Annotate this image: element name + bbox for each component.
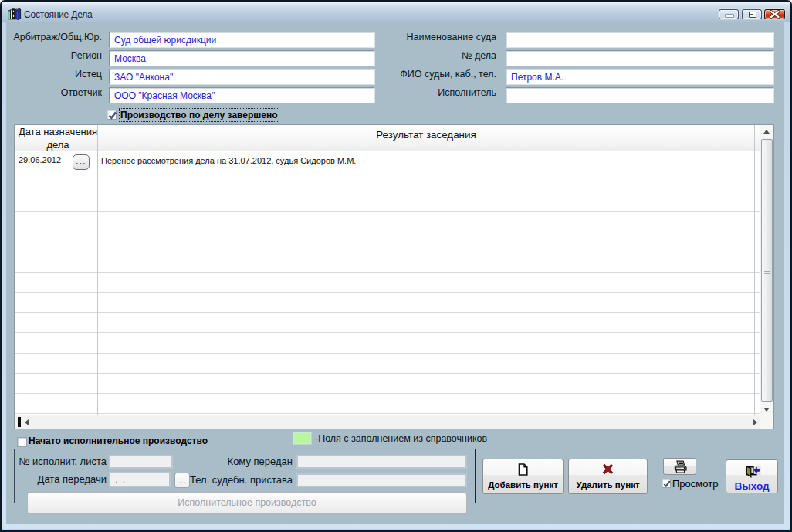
- table-row[interactable]: 29.06.2012 ... Перенос рассмотрения дела…: [15, 153, 760, 172]
- client-area: Арбитраж/Общ.Юр. Суд общей юрисдикции Ре…: [6, 22, 784, 524]
- maximize-icon: [749, 12, 756, 19]
- books-icon: [8, 7, 22, 21]
- vertical-scrollbar[interactable]: [760, 125, 773, 415]
- minimize-button[interactable]: [719, 9, 739, 19]
- check-icon: [107, 110, 117, 120]
- horizontal-scrollbar-thumb[interactable]: [18, 417, 21, 427]
- preview-check-icon: [662, 479, 672, 489]
- label-writ-number: № исполнит. листа: [14, 455, 107, 469]
- field-input-otvetchik[interactable]: ООО "Красная Москва": [109, 87, 375, 103]
- delete-item-label: Удалить пункт: [569, 480, 647, 490]
- grid-header-date: Дата назначения дела: [17, 125, 99, 151]
- field-input-judge[interactable]: Петров М.А.: [506, 69, 774, 85]
- field-input-arbitrazh[interactable]: Суд общей юрисдикции: [109, 32, 375, 48]
- close-icon: [765, 10, 784, 19]
- maximize-button[interactable]: [742, 9, 762, 19]
- field-input-case-number[interactable]: [506, 50, 774, 66]
- field-input-court-name[interactable]: [506, 32, 774, 48]
- field-label-court-name: Наименование суда: [377, 30, 496, 44]
- window-title: Состояние Дела: [24, 9, 93, 20]
- cell-result: Перенос рассмотрения дела на 31.07.2012,…: [101, 156, 356, 165]
- thumb-grip: [764, 273, 770, 274]
- scroll-up-button[interactable]: [760, 125, 773, 138]
- label-transfer-date: Дата передачи: [14, 473, 107, 486]
- scrollbar-corner: [760, 415, 773, 429]
- exit-door-icon: [746, 465, 762, 479]
- field-label-executor: Исполнитель: [377, 86, 496, 100]
- delete-x-icon: [569, 463, 647, 476]
- app-window: Состояние Дела Арбитраж/Общ.Юр. Суд обще…: [0, 0, 792, 532]
- arrow-right-icon[interactable]: [753, 419, 757, 425]
- started-checkbox-label[interactable]: Начато исполнительное производство: [29, 435, 208, 446]
- arrow-up-icon: [763, 130, 770, 134]
- arrow-left-icon[interactable]: [25, 419, 29, 425]
- thumb-grip: [764, 271, 770, 272]
- completed-checkbox[interactable]: [107, 110, 117, 120]
- legend-swatch: [294, 433, 310, 443]
- vertical-scrollbar-thumb[interactable]: [761, 139, 773, 402]
- print-button[interactable]: [663, 458, 696, 475]
- legend-text: -Поля с заполнением из справочников: [315, 433, 487, 444]
- label-given-to: Кому передан: [161, 455, 293, 469]
- add-item-button[interactable]: Добавить пункт: [482, 459, 564, 494]
- scroll-down-button[interactable]: [760, 402, 773, 415]
- close-button[interactable]: [764, 9, 785, 19]
- document-icon: [483, 463, 563, 476]
- preview-checkbox[interactable]: [662, 479, 671, 488]
- label-bailiff-phone: Тел. судебн. пристава: [161, 473, 293, 487]
- field-label-region: Регион: [9, 49, 102, 63]
- field-label-otvetchik: Ответчик: [9, 86, 102, 100]
- input-bailiff-phone: [296, 473, 467, 487]
- completed-checkbox-label[interactable]: Производство по делу завершено: [120, 110, 278, 120]
- grid-rows: [15, 151, 760, 416]
- cell-date: 29.06.2012: [19, 155, 61, 164]
- results-grid: Дата назначения дела Результат заседания…: [14, 124, 774, 429]
- preview-checkbox-label[interactable]: Просмотр: [672, 478, 718, 490]
- started-checkbox[interactable]: [17, 437, 27, 447]
- field-label-arbitrazh: Арбитраж/Общ.Юр.: [9, 30, 102, 44]
- enforcement-button: Исполнительное производство: [27, 492, 467, 514]
- minimize-icon: [726, 15, 733, 18]
- window-frame-glow: [2, 529, 790, 530]
- grid-header-result: Результат заседания: [98, 125, 754, 151]
- row-ellipsis-button[interactable]: ...: [73, 154, 90, 170]
- exit-button[interactable]: Выход: [726, 459, 778, 493]
- horizontal-scrollbar[interactable]: [15, 415, 760, 429]
- add-item-label: Добавить пункт: [483, 480, 563, 490]
- printer-icon: [673, 460, 688, 474]
- titlebar: Состояние Дела: [2, 2, 790, 22]
- exit-label: Выход: [726, 480, 777, 492]
- grid-header: Дата назначения дела Результат заседания: [15, 125, 760, 151]
- delete-item-button[interactable]: Удалить пункт: [568, 459, 648, 494]
- input-given-to: [296, 455, 467, 469]
- field-input-istec[interactable]: ЗАО "Анкона": [109, 69, 375, 85]
- field-label-judge: ФИО судьи, каб., тел.: [377, 67, 496, 81]
- field-label-case-number: № дела: [377, 49, 496, 63]
- field-label-istec: Истец: [9, 67, 102, 81]
- field-input-region[interactable]: Москва: [109, 50, 375, 66]
- field-input-executor[interactable]: [506, 87, 774, 103]
- arrow-down-icon: [763, 408, 770, 412]
- thumb-grip: [764, 269, 770, 269]
